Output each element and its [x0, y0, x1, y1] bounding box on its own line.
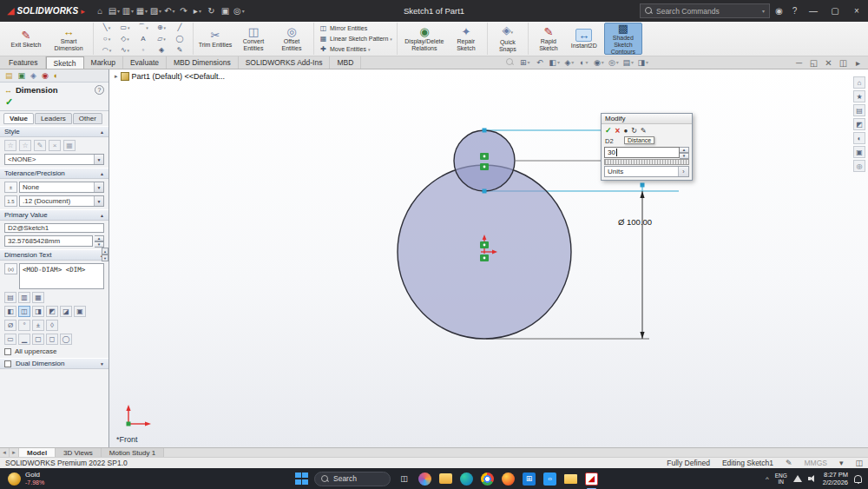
undo-icon[interactable]: ↶▾ — [163, 3, 176, 19]
open-document-icon[interactable]: ▥▾ — [122, 3, 135, 19]
close-button[interactable]: × — [847, 1, 866, 22]
file-properties-icon[interactable]: ▣ — [219, 3, 232, 19]
tree-expand-icon[interactable]: ▸ — [115, 73, 118, 80]
feature-tree-flyout[interactable]: ▸ Part1 (Default) <<Default... — [115, 72, 225, 81]
weather-widget[interactable]: Gold -7.98% — [0, 468, 52, 489]
handle-top[interactable] — [483, 129, 487, 133]
modify-dialog[interactable]: Modify ✓ × ● ↻ ✎ D2 Distance 30 ▲▼ — [601, 113, 693, 181]
ellipse-tool-icon[interactable]: ⌒▾ — [135, 23, 152, 33]
tab-mbd-dimensions[interactable]: MBD Dimensions — [167, 56, 239, 69]
value-spinner[interactable]: ▲▼ — [95, 235, 104, 247]
doc-restore-icon[interactable]: ◱ — [807, 56, 820, 69]
file-explorer-button[interactable] — [438, 472, 453, 486]
property-manager-tab-icon[interactable]: ▣ — [18, 72, 26, 80]
notification-bell-icon[interactable] — [854, 475, 862, 483]
arc-tool-icon[interactable]: ◠▾ — [98, 45, 115, 56]
modify-value-spinner[interactable]: ▲▼ — [680, 147, 689, 158]
tab-value[interactable]: Value — [3, 113, 34, 124]
panel-help-icon[interactable]: ? — [95, 85, 104, 95]
command-search[interactable]: Search Commands ▾ — [640, 3, 770, 18]
align-bottom-icon[interactable]: ▣ — [74, 306, 86, 317]
degree-symbol-icon[interactable]: ° — [18, 320, 30, 331]
dual-dimension-checkbox[interactable] — [4, 360, 11, 367]
cancel-icon[interactable]: × — [615, 126, 621, 135]
section-dual-dimension[interactable]: Dual Dimension ▼ — [0, 358, 108, 369]
frame-style-icon[interactable]: ▭ — [4, 334, 16, 345]
customize-status-icon[interactable]: ◫ — [855, 459, 863, 467]
sketch-pencil-icon[interactable]: ✎ — [786, 459, 792, 467]
design-library-icon[interactable]: ★ — [853, 90, 865, 102]
save-style-icon[interactable]: ▦ — [63, 140, 76, 151]
firefox-button[interactable] — [501, 472, 516, 486]
align-left-icon[interactable]: ◧ — [4, 306, 16, 317]
rectangle-tool-icon[interactable]: ▭▾ — [116, 23, 134, 33]
vscode-button[interactable]: ‹› — [542, 472, 557, 486]
tab-solidworks-add-ins[interactable]: SOLIDWORKS Add-Ins — [239, 56, 331, 69]
tab-scroll-right-icon[interactable]: ► — [10, 448, 19, 457]
section-primary-value[interactable]: Primary Value ▲ — [0, 209, 108, 221]
instant2d-button[interactable]: ↔ Instant2D — [567, 23, 602, 55]
view-palette-icon[interactable]: ◩ — [853, 118, 865, 130]
diameter-dimension-label[interactable]: Ø 100.00 — [618, 217, 652, 227]
zoom-area-icon[interactable]: ⊞▾ — [519, 56, 530, 69]
tab-leaders[interactable]: Leaders — [35, 113, 72, 124]
dimension-name-field[interactable]: D2@Sketch1 — [4, 223, 104, 233]
mark-for-drawing-icon[interactable]: ✎ — [641, 127, 647, 135]
handle-dimension[interactable] — [641, 183, 645, 188]
section-view-icon[interactable]: ◧▾ — [549, 56, 560, 69]
tab-sketch[interactable]: Sketch — [46, 56, 84, 69]
section-style[interactable]: Style ▲ — [0, 126, 108, 137]
tolerance-type-select[interactable]: None ▼ — [19, 182, 104, 193]
tab-3d-views[interactable]: 3D Views — [56, 448, 102, 457]
slot-tool-icon[interactable]: ▱▾ — [153, 34, 170, 44]
doc-minimize-icon[interactable]: ─ — [792, 56, 806, 69]
mirror-entities-button[interactable]: ◫ Mirror Entities — [319, 23, 392, 33]
more-symbols-icon[interactable]: ◊ — [46, 320, 58, 331]
network-icon[interactable] — [793, 475, 802, 482]
align-right-icon[interactable]: ◨ — [32, 306, 44, 317]
display-style-icon[interactable]: ◐▾ — [578, 56, 589, 69]
language-indicator[interactable]: ENG IN — [775, 472, 787, 485]
justify-left-icon[interactable]: ▤ — [4, 292, 16, 303]
file-explorer-pane-icon[interactable]: ▤ — [853, 104, 865, 116]
doc-close-icon[interactable]: ✕ — [822, 56, 835, 69]
small-circle[interactable] — [454, 130, 515, 191]
tab-model[interactable]: Model — [19, 448, 56, 457]
add-style-icon[interactable]: ☆ — [19, 140, 31, 151]
edit-appearance-icon[interactable]: ◎▾ — [608, 56, 619, 69]
spline-tool-icon[interactable]: ∿▾ — [116, 45, 134, 56]
new-document-icon[interactable]: ▤▾ — [108, 3, 121, 19]
rapid-sketch-button[interactable]: ✎ Rapid Sketch — [533, 23, 564, 55]
ok-checkmark-icon[interactable]: ✓ — [5, 96, 13, 107]
tab-markup[interactable]: Markup — [84, 56, 123, 69]
display-manager-tab-icon[interactable]: ◐ — [54, 72, 58, 80]
sketch-canvas[interactable] — [109, 69, 868, 447]
rebuild-icon[interactable]: ↻ — [205, 3, 218, 19]
dimension-value-input[interactable]: 30 — [604, 147, 680, 158]
tab-evaluate[interactable]: Evaluate — [123, 56, 167, 69]
task-pane-home-icon[interactable]: ⌂ — [853, 76, 865, 89]
accept-icon[interactable]: ✓ — [605, 126, 612, 135]
units-expand-icon[interactable]: › — [678, 167, 688, 176]
solidworks-taskbar-button[interactable]: ◢ — [584, 472, 599, 486]
plane-tool-icon[interactable]: ◈ — [153, 45, 170, 56]
dropdown-arrow-icon[interactable]: ▼ — [94, 182, 103, 192]
dropdown-arrow-icon[interactable]: ▼ — [94, 155, 103, 164]
status-options-icon[interactable]: ▾ — [839, 459, 844, 467]
pane-split-icon[interactable]: ◫ — [837, 56, 850, 69]
reset-spin-icon[interactable]: ↻ — [631, 127, 637, 135]
search-dropdown-icon[interactable]: ▾ — [762, 8, 765, 14]
centerline-tool-icon[interactable]: ╱ — [171, 23, 188, 33]
polygon-tool-icon[interactable]: ◇▾ — [116, 34, 134, 44]
linear-sketch-pattern-button[interactable]: ▦ Linear Sketch Pattern ▾ — [319, 34, 392, 43]
edge-button[interactable] — [459, 472, 474, 486]
diameter-symbol-icon[interactable]: Ø — [4, 320, 16, 331]
user-account-icon[interactable]: ◉ — [773, 3, 786, 19]
copilot-button[interactable] — [418, 472, 432, 486]
volume-icon[interactable] — [808, 475, 817, 483]
chrome-button[interactable] — [480, 472, 495, 486]
convert-entities-button[interactable]: ◫ Convert Entities — [235, 23, 272, 55]
circle-tool-icon[interactable]: ○▾ — [98, 34, 115, 44]
view-orientation-icon[interactable]: ◈▾ — [563, 56, 575, 69]
dimension-value-field[interactable]: 32.57685428mm — [4, 235, 93, 247]
